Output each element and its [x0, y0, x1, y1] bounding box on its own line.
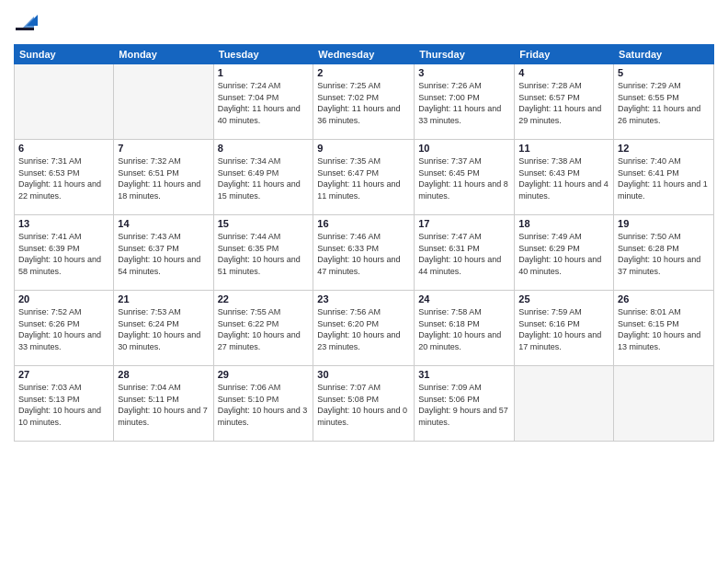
day-info: Sunrise: 7:41 AM Sunset: 6:39 PM Dayligh… [18, 231, 109, 277]
calendar-cell: 18Sunrise: 7:49 AM Sunset: 6:29 PM Dayli… [515, 215, 614, 291]
day-info: Sunrise: 7:55 AM Sunset: 6:22 PM Dayligh… [218, 306, 310, 352]
calendar-cell [15, 64, 114, 140]
page-header [14, 9, 714, 37]
calendar-cell: 14Sunrise: 7:43 AM Sunset: 6:37 PM Dayli… [114, 215, 213, 291]
day-number: 16 [317, 218, 410, 229]
calendar-cell: 27Sunrise: 7:03 AM Sunset: 5:13 PM Dayli… [15, 366, 114, 442]
day-number: 25 [518, 293, 609, 304]
day-info: Sunrise: 7:49 AM Sunset: 6:29 PM Dayligh… [518, 231, 609, 277]
calendar-cell [515, 366, 614, 442]
weekday-header-tuesday: Tuesday [213, 45, 313, 64]
day-number: 4 [518, 67, 609, 78]
calendar-cell: 30Sunrise: 7:07 AM Sunset: 5:08 PM Dayli… [313, 366, 415, 442]
calendar-cell: 1Sunrise: 7:24 AM Sunset: 7:04 PM Daylig… [213, 64, 313, 140]
calendar-cell: 13Sunrise: 7:41 AM Sunset: 6:39 PM Dayli… [15, 215, 114, 291]
calendar-cell: 23Sunrise: 7:56 AM Sunset: 6:20 PM Dayli… [313, 291, 415, 366]
week-row-3: 13Sunrise: 7:41 AM Sunset: 6:39 PM Dayli… [15, 215, 714, 291]
calendar-cell: 9Sunrise: 7:35 AM Sunset: 6:47 PM Daylig… [313, 140, 415, 215]
day-info: Sunrise: 7:04 AM Sunset: 5:11 PM Dayligh… [118, 382, 209, 428]
svg-rect-3 [16, 28, 34, 30]
calendar-cell: 20Sunrise: 7:52 AM Sunset: 6:26 PM Dayli… [15, 291, 114, 366]
calendar-cell: 12Sunrise: 7:40 AM Sunset: 6:41 PM Dayli… [614, 140, 714, 215]
day-number: 17 [418, 218, 510, 229]
day-info: Sunrise: 7:50 AM Sunset: 6:28 PM Dayligh… [618, 231, 710, 277]
calendar-cell: 10Sunrise: 7:37 AM Sunset: 6:45 PM Dayli… [415, 140, 515, 215]
week-row-2: 6Sunrise: 7:31 AM Sunset: 6:53 PM Daylig… [15, 140, 714, 215]
day-number: 15 [218, 218, 310, 229]
day-info: Sunrise: 7:29 AM Sunset: 6:55 PM Dayligh… [618, 80, 710, 126]
day-info: Sunrise: 7:52 AM Sunset: 6:26 PM Dayligh… [18, 306, 109, 352]
calendar-cell: 21Sunrise: 7:53 AM Sunset: 6:24 PM Dayli… [114, 291, 213, 366]
day-info: Sunrise: 7:28 AM Sunset: 6:57 PM Dayligh… [518, 80, 609, 126]
day-info: Sunrise: 7:24 AM Sunset: 7:04 PM Dayligh… [218, 80, 310, 126]
day-number: 30 [317, 369, 410, 380]
day-number: 26 [618, 293, 710, 304]
day-info: Sunrise: 7:26 AM Sunset: 7:00 PM Dayligh… [418, 80, 510, 126]
calendar-cell: 19Sunrise: 7:50 AM Sunset: 6:28 PM Dayli… [614, 215, 714, 291]
calendar-cell: 6Sunrise: 7:31 AM Sunset: 6:53 PM Daylig… [15, 140, 114, 215]
calendar-cell: 11Sunrise: 7:38 AM Sunset: 6:43 PM Dayli… [515, 140, 614, 215]
calendar-cell: 25Sunrise: 7:59 AM Sunset: 6:16 PM Dayli… [515, 291, 614, 366]
day-number: 5 [618, 67, 710, 78]
day-number: 8 [218, 143, 310, 154]
week-row-1: 1Sunrise: 7:24 AM Sunset: 7:04 PM Daylig… [15, 64, 714, 140]
day-info: Sunrise: 7:58 AM Sunset: 6:18 PM Dayligh… [418, 306, 510, 352]
day-info: Sunrise: 7:25 AM Sunset: 7:02 PM Dayligh… [317, 80, 410, 126]
day-info: Sunrise: 7:09 AM Sunset: 5:06 PM Dayligh… [418, 382, 510, 428]
day-info: Sunrise: 7:37 AM Sunset: 6:45 PM Dayligh… [418, 155, 510, 201]
day-info: Sunrise: 7:38 AM Sunset: 6:43 PM Dayligh… [518, 155, 609, 201]
weekday-header-sunday: Sunday [15, 45, 114, 64]
calendar-cell: 4Sunrise: 7:28 AM Sunset: 6:57 PM Daylig… [515, 64, 614, 140]
day-number: 28 [118, 369, 209, 380]
day-info: Sunrise: 7:07 AM Sunset: 5:08 PM Dayligh… [317, 382, 410, 428]
logo-icon [14, 9, 41, 37]
calendar-cell: 22Sunrise: 7:55 AM Sunset: 6:22 PM Dayli… [213, 291, 313, 366]
week-row-4: 20Sunrise: 7:52 AM Sunset: 6:26 PM Dayli… [15, 291, 714, 366]
day-number: 12 [618, 143, 710, 154]
day-info: Sunrise: 7:03 AM Sunset: 5:13 PM Dayligh… [18, 382, 109, 428]
day-number: 18 [518, 218, 609, 229]
calendar-cell: 28Sunrise: 7:04 AM Sunset: 5:11 PM Dayli… [114, 366, 213, 442]
calendar-cell: 5Sunrise: 7:29 AM Sunset: 6:55 PM Daylig… [614, 64, 714, 140]
day-info: Sunrise: 7:32 AM Sunset: 6:51 PM Dayligh… [118, 155, 209, 201]
calendar-cell: 24Sunrise: 7:58 AM Sunset: 6:18 PM Dayli… [415, 291, 515, 366]
day-info: Sunrise: 7:44 AM Sunset: 6:35 PM Dayligh… [218, 231, 310, 277]
day-number: 14 [118, 218, 209, 229]
day-info: Sunrise: 7:40 AM Sunset: 6:41 PM Dayligh… [618, 155, 710, 201]
calendar-cell: 17Sunrise: 7:47 AM Sunset: 6:31 PM Dayli… [415, 215, 515, 291]
calendar-cell: 16Sunrise: 7:46 AM Sunset: 6:33 PM Dayli… [313, 215, 415, 291]
day-info: Sunrise: 7:56 AM Sunset: 6:20 PM Dayligh… [317, 306, 410, 352]
calendar-cell: 3Sunrise: 7:26 AM Sunset: 7:00 PM Daylig… [415, 64, 515, 140]
day-info: Sunrise: 8:01 AM Sunset: 6:15 PM Dayligh… [618, 306, 710, 352]
day-number: 27 [18, 369, 109, 380]
day-number: 21 [118, 293, 209, 304]
weekday-header-monday: Monday [114, 45, 213, 64]
calendar-cell: 26Sunrise: 8:01 AM Sunset: 6:15 PM Dayli… [614, 291, 714, 366]
svg-marker-2 [27, 15, 38, 26]
calendar-cell: 15Sunrise: 7:44 AM Sunset: 6:35 PM Dayli… [213, 215, 313, 291]
calendar-cell: 29Sunrise: 7:06 AM Sunset: 5:10 PM Dayli… [213, 366, 313, 442]
day-number: 10 [418, 143, 510, 154]
day-info: Sunrise: 7:34 AM Sunset: 6:49 PM Dayligh… [218, 155, 310, 201]
weekday-header-wednesday: Wednesday [313, 45, 415, 64]
day-info: Sunrise: 7:47 AM Sunset: 6:31 PM Dayligh… [418, 231, 510, 277]
day-info: Sunrise: 7:53 AM Sunset: 6:24 PM Dayligh… [118, 306, 209, 352]
day-number: 31 [418, 369, 510, 380]
weekday-header-row: SundayMondayTuesdayWednesdayThursdayFrid… [15, 45, 714, 64]
day-info: Sunrise: 7:59 AM Sunset: 6:16 PM Dayligh… [518, 306, 609, 352]
day-number: 24 [418, 293, 510, 304]
day-info: Sunrise: 7:46 AM Sunset: 6:33 PM Dayligh… [317, 231, 410, 277]
day-number: 20 [18, 293, 109, 304]
day-number: 23 [317, 293, 410, 304]
day-info: Sunrise: 7:43 AM Sunset: 6:37 PM Dayligh… [118, 231, 209, 277]
day-number: 22 [218, 293, 310, 304]
day-number: 6 [18, 143, 109, 154]
calendar-table: SundayMondayTuesdayWednesdayThursdayFrid… [14, 44, 714, 442]
day-number: 13 [18, 218, 109, 229]
day-number: 11 [518, 143, 609, 154]
logo [14, 9, 45, 37]
calendar-cell: 7Sunrise: 7:32 AM Sunset: 6:51 PM Daylig… [114, 140, 213, 215]
day-number: 2 [317, 67, 410, 78]
day-number: 29 [218, 369, 310, 380]
calendar-cell: 8Sunrise: 7:34 AM Sunset: 6:49 PM Daylig… [213, 140, 313, 215]
